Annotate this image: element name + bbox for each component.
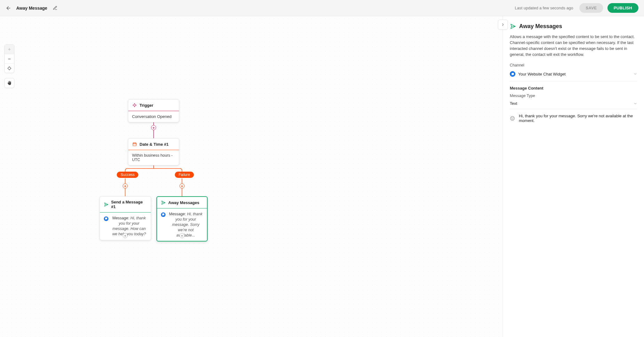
trigger-node-title: Trigger (140, 103, 153, 108)
channel-select[interactable]: Your Website Chat Widget (510, 69, 637, 81)
add-step-failure-branch[interactable]: + (179, 183, 184, 188)
datetime-node-body: Within business hours - UTC (128, 150, 179, 165)
add-step-after-send-message[interactable]: + (123, 233, 128, 238)
datetime-node-header: Date & Time #1 (128, 139, 179, 150)
workflow-canvas[interactable]: Trigger Conversation Opened + Date & Tim… (0, 16, 503, 337)
message-type-label: Message Type (510, 94, 637, 98)
pan-tool-button[interactable] (5, 78, 14, 88)
top-bar-right: Last updated a few seconds ago SAVE PUBL… (515, 3, 638, 13)
publish-button[interactable]: PUBLISH (607, 3, 638, 13)
branch-success-pill[interactable]: Success (117, 172, 138, 178)
send-icon (104, 202, 109, 207)
channel-value: Your Website Chat Widget (518, 72, 566, 76)
panel-description: Allows a message with the specified cont… (510, 34, 637, 57)
chat-bubble-icon (104, 216, 109, 221)
chevron-down-icon (633, 102, 637, 105)
trigger-node[interactable]: Trigger Conversation Opened (128, 99, 179, 122)
last-updated-text: Last updated a few seconds ago (515, 6, 573, 10)
svg-point-27 (510, 116, 514, 120)
trigger-node-header: Trigger (128, 100, 179, 111)
pan-tool-group (4, 78, 14, 88)
save-button[interactable]: SAVE (579, 3, 603, 13)
send-message-node-title: Send a Message #1 (111, 200, 147, 209)
add-step-after-trigger[interactable]: + (151, 125, 156, 130)
page-title: Away Message (16, 6, 47, 11)
svg-point-4 (8, 67, 11, 69)
send-icon (510, 23, 516, 30)
away-messages-node-header: Away Messages (157, 197, 207, 208)
details-panel: Away Messages Allows a message with the … (503, 16, 644, 337)
chat-bubble-icon (510, 71, 515, 77)
emoji-icon[interactable] (510, 115, 515, 121)
zoom-out-button[interactable] (5, 54, 14, 63)
add-step-success-branch[interactable]: + (123, 183, 128, 188)
send-message-node-header: Send a Message #1 (100, 197, 151, 212)
panel-title: Away Messages (519, 23, 562, 30)
send-message-prefix: Message: (112, 216, 130, 220)
chat-bubble-icon (161, 212, 166, 217)
message-content-label: Message Content (510, 86, 637, 90)
datetime-node-title: Date & Time #1 (140, 142, 169, 147)
svg-point-28 (512, 118, 512, 118)
zoom-in-button[interactable] (5, 45, 14, 54)
zoom-tool-group (4, 44, 14, 73)
away-message-prefix: Message: (169, 212, 187, 216)
send-icon (161, 200, 166, 205)
channel-label: Channel (510, 63, 637, 67)
message-preview-text: Hi, thank you for your message. Sorry we… (519, 114, 637, 123)
branch-failure-pill[interactable]: Failure (175, 172, 194, 178)
svg-point-29 (513, 118, 513, 118)
top-bar-left: Away Message (6, 5, 58, 11)
message-type-select[interactable]: Text (510, 99, 637, 109)
top-bar: Away Message Last updated a few seconds … (0, 0, 644, 16)
svg-rect-18 (133, 143, 136, 146)
recenter-button[interactable] (5, 63, 14, 73)
message-type-value: Text (510, 101, 517, 106)
message-preview-row[interactable]: Hi, thank you for your message. Sorry we… (510, 109, 637, 127)
calendar-icon (132, 142, 137, 147)
datetime-node[interactable]: Date & Time #1 Within business hours - U… (128, 138, 179, 165)
trigger-icon (132, 103, 137, 108)
panel-header: Away Messages (510, 23, 637, 30)
trigger-node-body: Conversation Opened (128, 111, 179, 122)
collapse-panel-button[interactable] (498, 20, 508, 30)
main-area: Trigger Conversation Opened + Date & Tim… (0, 16, 644, 337)
away-messages-node-title: Away Messages (168, 200, 199, 205)
edit-title-icon[interactable] (52, 5, 58, 11)
chevron-down-icon (633, 72, 637, 76)
add-step-after-away-messages[interactable]: + (179, 233, 184, 238)
back-arrow-icon[interactable] (6, 5, 11, 11)
